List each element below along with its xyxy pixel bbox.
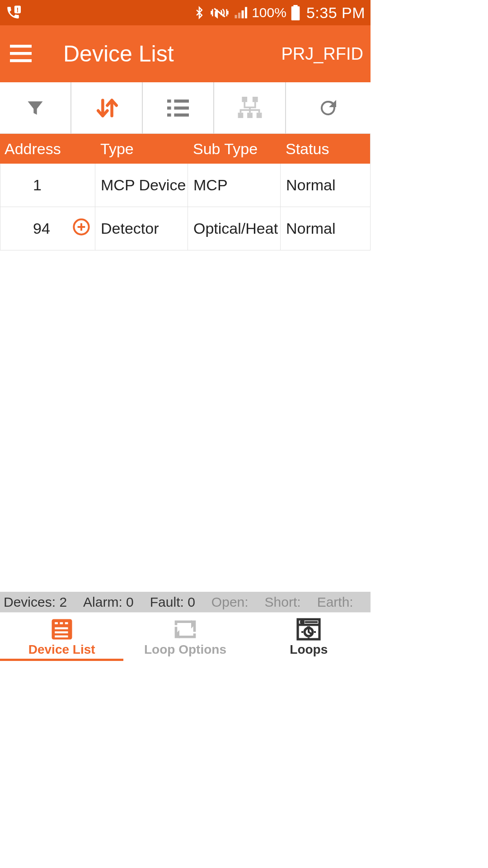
- nav-loops[interactable]: Loops: [247, 613, 371, 661]
- summary-fault-label: Fault:: [150, 594, 184, 609]
- svg-rect-18: [252, 97, 258, 102]
- address-value: 94: [33, 220, 50, 237]
- svg-rect-5: [245, 7, 247, 19]
- summary-alarm-label: Alarm:: [83, 594, 122, 609]
- device-list-icon: [50, 617, 74, 642]
- svg-rect-10: [10, 59, 32, 62]
- svg-rect-25: [60, 622, 63, 624]
- sort-icon: [94, 96, 120, 120]
- loops-icon: [296, 617, 321, 642]
- tree-view-button[interactable]: [214, 82, 286, 133]
- table-row[interactable]: 94 Detector Optical/Heat Normal: [0, 207, 370, 250]
- summary-alarm: Alarm: 0: [83, 594, 134, 610]
- refresh-button[interactable]: [286, 82, 371, 133]
- summary-devices-value: 2: [59, 594, 67, 609]
- screen: !: [0, 0, 371, 661]
- svg-rect-17: [242, 97, 247, 102]
- svg-rect-12: [167, 106, 171, 109]
- status-left: !: [5, 5, 21, 20]
- summary-bar: Devices: 2 Alarm: 0 Fault: 0 Open: Short…: [0, 592, 371, 613]
- bluetooth-icon: [193, 5, 206, 20]
- cell-subtype: MCP: [188, 164, 281, 207]
- cell-type: MCP Device: [95, 164, 188, 207]
- refresh-icon: [317, 97, 339, 119]
- address-value: 1: [33, 176, 42, 194]
- hamburger-icon: [10, 45, 32, 63]
- svg-rect-13: [167, 113, 171, 117]
- col-header-subtype[interactable]: Sub Type: [188, 140, 280, 158]
- signal-icon: [234, 6, 247, 19]
- nav-label: Loop Options: [144, 642, 226, 657]
- svg-rect-26: [65, 622, 68, 624]
- clock: 5:35 PM: [306, 4, 365, 22]
- battery-percent: 100%: [252, 5, 286, 20]
- add-device-icon[interactable]: [72, 218, 90, 240]
- toolbar: [0, 82, 371, 134]
- svg-rect-11: [167, 99, 171, 103]
- summary-alarm-value: 0: [126, 594, 134, 609]
- summary-earth: Earth:: [317, 594, 353, 610]
- status-right: 100% 5:35 PM: [193, 4, 365, 22]
- nav-label: Device List: [28, 642, 95, 657]
- svg-rect-15: [174, 106, 189, 109]
- svg-rect-8: [10, 45, 32, 47]
- list-view-button[interactable]: [143, 82, 214, 133]
- col-header-status[interactable]: Status: [280, 140, 370, 158]
- svg-point-31: [301, 621, 304, 623]
- sort-button[interactable]: [71, 82, 143, 133]
- filter-button[interactable]: [0, 82, 71, 133]
- status-bar: !: [0, 0, 371, 25]
- list-icon: [167, 99, 189, 117]
- nav-label: Loops: [290, 642, 328, 657]
- table-header: Address Type Sub Type Status: [0, 134, 371, 164]
- summary-open: Open:: [211, 594, 249, 610]
- svg-rect-20: [247, 113, 253, 118]
- nav-device-list[interactable]: Device List: [0, 613, 123, 661]
- cell-address: 94: [0, 207, 95, 250]
- col-header-address[interactable]: Address: [0, 140, 95, 158]
- cell-type: Detector: [95, 207, 188, 250]
- svg-rect-28: [55, 631, 68, 633]
- page-title: Device List: [63, 41, 174, 67]
- menu-button[interactable]: [7, 45, 34, 63]
- call-alert-icon: !: [5, 5, 21, 20]
- table-row[interactable]: 1 MCP Device MCP Normal: [0, 164, 370, 207]
- summary-devices: Devices: 2: [4, 594, 67, 610]
- battery-icon: [291, 5, 300, 20]
- nav-loop-options[interactable]: Loop Options: [123, 613, 247, 661]
- app-header: Device List PRJ_RFID: [0, 25, 371, 82]
- summary-fault: Fault: 0: [150, 594, 195, 610]
- svg-rect-29: [55, 635, 68, 637]
- cell-address: 1: [0, 164, 95, 207]
- svg-rect-7: [291, 6, 300, 20]
- table-body: 1 MCP Device MCP Normal 94 Detector Opti…: [0, 164, 371, 250]
- filter-icon: [25, 98, 45, 118]
- svg-rect-21: [256, 113, 262, 118]
- summary-fault-value: 0: [188, 594, 195, 609]
- svg-rect-14: [174, 99, 189, 103]
- col-header-type[interactable]: Type: [95, 140, 188, 158]
- svg-rect-3: [238, 13, 240, 19]
- svg-text:!: !: [17, 6, 19, 14]
- summary-short: Short:: [265, 594, 301, 610]
- svg-rect-2: [235, 15, 237, 19]
- svg-rect-24: [55, 622, 58, 624]
- svg-rect-16: [174, 113, 189, 117]
- svg-rect-9: [10, 52, 32, 55]
- summary-devices-label: Devices:: [4, 594, 56, 609]
- vibrate-mute-icon: [210, 5, 229, 20]
- cell-status: Normal: [281, 207, 370, 250]
- svg-rect-19: [238, 113, 243, 118]
- cell-subtype: Optical/Heat: [188, 207, 281, 250]
- svg-rect-27: [55, 627, 68, 629]
- tree-icon: [238, 97, 262, 119]
- svg-rect-4: [242, 10, 244, 19]
- bottom-nav: Device List Loop Options Loops: [0, 613, 371, 661]
- loop-options-icon: [173, 617, 198, 642]
- project-label[interactable]: PRJ_RFID: [281, 44, 363, 64]
- cell-status: Normal: [281, 164, 370, 207]
